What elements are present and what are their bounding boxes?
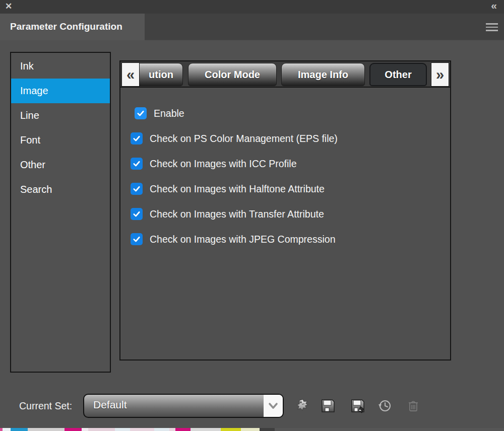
- color-swatch-sliver: [82, 428, 88, 431]
- collapse-panel-icon[interactable]: «: [491, 0, 497, 12]
- panel-title-bar: ✕ «: [0, 0, 504, 14]
- check-icon: [132, 235, 141, 244]
- color-swatch-sliver: [169, 428, 175, 431]
- tab-color-mode[interactable]: Color Mode: [188, 63, 277, 86]
- icc-profile-checkbox[interactable]: [131, 158, 143, 170]
- save-set-icon[interactable]: [318, 396, 338, 416]
- icc-profile-label: Check on Images with ICC Profile: [150, 158, 297, 170]
- tab-scroll-right-button[interactable]: »: [431, 62, 449, 87]
- jpeg-compression-label: Check on Images with JPEG Compression: [150, 234, 335, 245]
- check-icon: [132, 184, 141, 193]
- check-icon: [132, 209, 141, 219]
- image-settings-panel: « ution Color Mode Image Info Other » En…: [119, 60, 451, 361]
- color-swatch-sliver: [175, 428, 191, 431]
- tab-resolution[interactable]: ution: [140, 63, 183, 86]
- panel-menu-icon[interactable]: [486, 23, 498, 32]
- panel-tab-parameter-configuration[interactable]: Parameter Configuration: [0, 14, 145, 40]
- color-swatch-sliver: [275, 428, 504, 431]
- jpeg-compression-checkbox[interactable]: [131, 233, 143, 245]
- sidebar-item-ink[interactable]: Ink: [11, 54, 110, 79]
- panel-tab-strip: Parameter Configuration: [0, 14, 504, 40]
- restore-set-icon[interactable]: [374, 396, 395, 416]
- current-set-label: Current Set:: [19, 400, 72, 412]
- color-swatch-sliver: [130, 428, 154, 431]
- tab-scroll-left-button[interactable]: «: [121, 62, 140, 87]
- color-swatch-sliver: [191, 428, 221, 431]
- check-icon: [136, 109, 145, 118]
- sidebar-item-search[interactable]: Search: [11, 177, 110, 202]
- other-tab-content: Enable Check on PS Color Management (EPS…: [120, 89, 450, 360]
- color-swatch-sliver: [241, 428, 260, 431]
- color-swatch-sliver: [154, 428, 169, 431]
- ps-color-management-checkbox[interactable]: [131, 132, 143, 145]
- color-swatch-sliver: [88, 428, 115, 431]
- tab-image-info[interactable]: Image Info: [281, 63, 365, 86]
- new-set-icon[interactable]: [293, 396, 313, 416]
- chevron-down-icon[interactable]: [264, 395, 283, 417]
- transfer-attribute-label: Check on Images with Transfer Attribute: [150, 208, 324, 220]
- ps-color-management-label: Check on PS Color Management (EPS file): [150, 133, 338, 145]
- color-swatch-sliver: [65, 428, 82, 431]
- panel-title: Parameter Configuration: [10, 21, 122, 32]
- check-icon: [132, 159, 141, 168]
- save-set-as-icon[interactable]: [348, 396, 368, 416]
- color-swatch-sliver: [260, 428, 275, 431]
- sidebar-item-line[interactable]: Line: [11, 103, 110, 128]
- close-icon[interactable]: ✕: [5, 1, 12, 12]
- tab-other[interactable]: Other: [369, 63, 427, 86]
- delete-set-icon[interactable]: [403, 396, 423, 416]
- background-color-strip: [0, 428, 504, 431]
- color-swatch-sliver: [221, 428, 241, 431]
- settings-tab-strip: « ution Color Mode Image Info Other »: [120, 61, 450, 88]
- sidebar-item-other[interactable]: Other: [11, 153, 110, 177]
- color-swatch-sliver: [11, 428, 28, 431]
- transfer-attribute-checkbox[interactable]: [131, 208, 143, 220]
- color-swatch-sliver: [115, 428, 130, 431]
- current-set-value: Default: [93, 399, 127, 411]
- current-set-dropdown[interactable]: Default: [83, 394, 284, 418]
- halftone-attribute-checkbox[interactable]: [131, 183, 143, 195]
- sidebar-item-image[interactable]: Image: [11, 79, 110, 103]
- check-icon: [132, 134, 141, 143]
- enable-checkbox[interactable]: [135, 107, 147, 119]
- color-swatch-sliver: [28, 428, 65, 431]
- color-swatch-sliver: [3, 428, 11, 431]
- halftone-attribute-label: Check on Images with Halftone Attribute: [150, 183, 325, 195]
- sidebar-item-font[interactable]: Font: [11, 128, 110, 153]
- enable-label: Enable: [154, 108, 184, 119]
- category-list: Ink Image Line Font Other Search: [10, 52, 111, 373]
- parameter-configuration-panel: ✕ « Parameter Configuration Ink Image Li…: [0, 0, 504, 431]
